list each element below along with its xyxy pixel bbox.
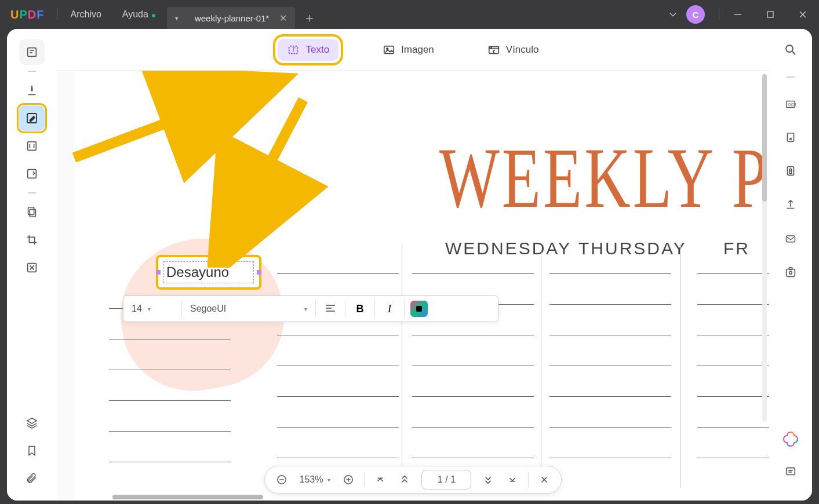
document-canvas[interactable]: WEEKLY PLANN WEDNESDAY THURSDAY FR Desay…: [57, 71, 769, 501]
day-header-wednesday: WEDNESDAY: [445, 239, 572, 258]
column-divider: [402, 244, 402, 488]
font-size-select[interactable]: 14▾: [123, 296, 181, 322]
protect-icon[interactable]: [780, 161, 801, 182]
zoom-in-button[interactable]: [337, 469, 359, 491]
user-avatar[interactable]: C: [686, 5, 705, 24]
text-edit-box[interactable]: Desayuno: [158, 257, 259, 287]
next-page-button[interactable]: [477, 469, 499, 491]
menu-file[interactable]: Archivo: [60, 9, 111, 20]
menu-help[interactable]: Ayuda: [112, 9, 159, 20]
text-input[interactable]: Desayuno: [163, 261, 254, 283]
notes-panel-icon[interactable]: [780, 461, 801, 482]
svg-rect-19: [788, 133, 794, 142]
right-sidebar: OCR: [769, 29, 812, 501]
font-family-select[interactable]: SegoeUI ▾: [182, 296, 315, 322]
svg-rect-8: [28, 142, 37, 151]
reader-tool-button[interactable]: [19, 39, 45, 65]
tab-title: weekly-planner-01*: [195, 13, 269, 23]
italic-button[interactable]: I: [375, 296, 404, 322]
maximize-button[interactable]: [754, 0, 787, 29]
svg-point-24: [789, 272, 792, 275]
resize-handle-right[interactable]: [257, 270, 261, 275]
search-icon[interactable]: [780, 39, 801, 60]
resize-handle-left[interactable]: [156, 270, 161, 275]
image-tool-label: Imagen: [401, 44, 434, 56]
color-picker-button[interactable]: [410, 301, 428, 317]
link-tool-label: Vínculo: [506, 44, 539, 56]
window-controls: C: [660, 0, 819, 29]
document-tab[interactable]: weekly-planner-01* ✕: [187, 7, 295, 29]
title-bar: UPDF Archivo Ayuda ▾ weekly-planner-01* …: [0, 0, 819, 29]
tab-dropdown[interactable]: ▾: [167, 7, 187, 29]
svg-rect-13: [30, 209, 35, 217]
close-window-button[interactable]: [787, 0, 819, 29]
planner-lines: [697, 273, 769, 488]
separator: [364, 472, 365, 487]
text-format-toolbar: 14▾ SegoeUI ▾ B I: [123, 295, 498, 322]
separator: [719, 9, 719, 20]
svg-rect-23: [787, 269, 795, 277]
convert-icon[interactable]: [780, 127, 801, 148]
new-tab-button[interactable]: ＋: [299, 7, 321, 29]
svg-rect-11: [28, 170, 37, 178]
save-icon[interactable]: [780, 262, 801, 283]
image-tool-button[interactable]: Imagen: [373, 39, 443, 61]
svg-point-15: [786, 45, 793, 52]
last-page-button[interactable]: [501, 469, 523, 491]
attachment-button[interactable]: [19, 466, 45, 491]
svg-point-35: [490, 47, 491, 48]
svg-text:T: T: [292, 46, 296, 53]
chevron-down-icon: ▾: [327, 477, 330, 483]
align-button[interactable]: [316, 296, 345, 322]
text-tool-button[interactable]: T Texto: [278, 39, 338, 61]
compare-tool-button[interactable]: [19, 255, 45, 280]
brand-icon[interactable]: [781, 430, 800, 448]
organize-tool-button[interactable]: [19, 133, 45, 159]
ocr-icon[interactable]: OCR: [780, 94, 801, 115]
horizontal-scrollbar[interactable]: [112, 495, 263, 499]
chevron-down-icon[interactable]: [660, 10, 686, 19]
svg-rect-21: [789, 171, 792, 174]
first-page-button[interactable]: [369, 469, 391, 491]
edit-tool-button[interactable]: [19, 105, 45, 131]
rail-separator: [28, 71, 36, 72]
email-icon[interactable]: [780, 228, 801, 249]
vertical-scrollbar[interactable]: [762, 74, 767, 422]
comment-tool-button[interactable]: [19, 78, 45, 103]
pages-tool-button[interactable]: [19, 199, 45, 225]
font-family-value: SegoeUI: [190, 304, 226, 314]
chevron-down-icon: ▾: [148, 306, 151, 312]
close-pagebar-button[interactable]: [533, 469, 555, 491]
prev-page-button[interactable]: [394, 469, 416, 491]
zoom-select[interactable]: 153%▾: [295, 474, 336, 485]
page-sep: /: [445, 474, 447, 485]
day-header-thursday: THURSDAY: [578, 239, 687, 258]
svg-rect-22: [787, 236, 795, 242]
planner-lines: [109, 308, 231, 492]
svg-rect-1: [767, 12, 773, 17]
zoom-out-button[interactable]: [271, 469, 293, 491]
notification-dot-icon: [152, 14, 155, 17]
zoom-value: 153%: [300, 474, 323, 485]
tab-area: ▾ weekly-planner-01* ✕ ＋: [167, 0, 321, 29]
page-input[interactable]: 1 / 1: [421, 470, 471, 490]
crop-tool-button[interactable]: [19, 227, 45, 253]
svg-rect-4: [28, 48, 37, 57]
layers-button[interactable]: [19, 410, 45, 436]
svg-text:OCR: OCR: [788, 103, 796, 107]
chevron-down-icon: ▾: [304, 306, 307, 312]
close-tab-icon[interactable]: ✕: [279, 13, 287, 24]
form-tool-button[interactable]: [19, 161, 45, 187]
document-title: WEEKLY PLANN: [439, 129, 769, 228]
bookmark-button[interactable]: [19, 438, 45, 463]
font-size-value: 14: [132, 304, 142, 314]
share-icon[interactable]: [780, 195, 801, 216]
separator: [404, 301, 405, 317]
svg-rect-26: [787, 468, 795, 475]
bold-button[interactable]: B: [345, 296, 374, 322]
column-divider: [541, 244, 541, 488]
minimize-button[interactable]: [722, 0, 754, 29]
menu-help-label: Ayuda: [122, 9, 148, 19]
link-tool-button[interactable]: Vínculo: [478, 39, 548, 61]
page-total: 1: [450, 474, 456, 485]
